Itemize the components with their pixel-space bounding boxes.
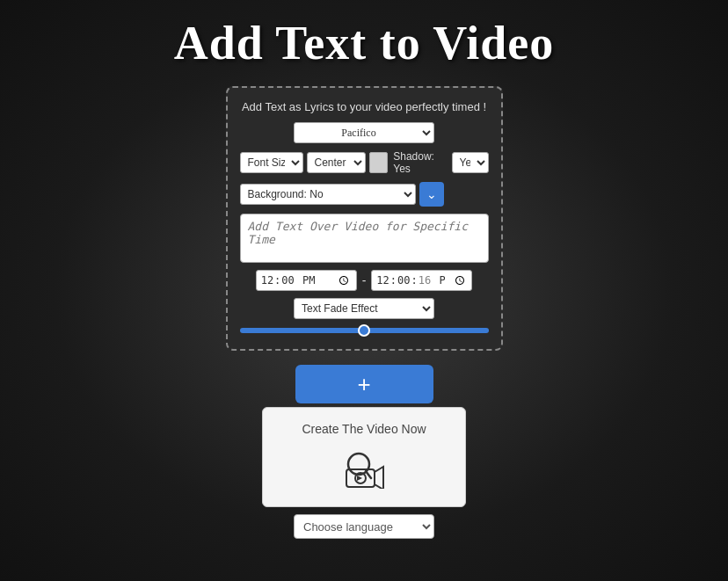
video-icon xyxy=(338,445,390,489)
fade-effect-select[interactable]: Text Fade Effect None Slide In xyxy=(294,298,434,319)
create-video-button[interactable]: Create The Video Now xyxy=(262,407,466,507)
add-entry-button[interactable]: + xyxy=(295,365,433,403)
lyrics-card: Add Text as Lyrics to your video perfect… xyxy=(226,86,503,351)
font-select-row: Pacifico xyxy=(240,122,489,143)
font-size-select[interactable]: Font Size xyxy=(240,152,303,173)
svg-marker-4 xyxy=(375,467,383,489)
shadow-label: Shadow: Yes xyxy=(393,150,448,175)
background-chevron-button[interactable]: ⌄ xyxy=(419,182,444,207)
color-picker[interactable] xyxy=(369,152,389,173)
language-row: Choose language English Spanish French G… xyxy=(294,514,434,539)
svg-line-1 xyxy=(366,471,371,478)
svg-marker-5 xyxy=(357,476,362,481)
slider-row xyxy=(240,326,489,335)
background-row: Background: No ⌄ xyxy=(240,182,489,207)
font-select[interactable]: Pacifico xyxy=(294,122,434,143)
background-select[interactable]: Background: No xyxy=(240,184,416,205)
align-select[interactable]: Center xyxy=(307,152,366,173)
time-range-slider[interactable] xyxy=(240,328,489,333)
options-row: Font Size Center Shadow: Yes Yes No xyxy=(240,150,489,175)
page-title: Add Text to Video xyxy=(174,16,555,70)
text-overlay-input[interactable] xyxy=(240,214,489,263)
time-separator: - xyxy=(362,273,367,287)
time-start-input[interactable] xyxy=(256,270,357,291)
create-video-label: Create The Video Now xyxy=(302,422,426,436)
fade-row: Text Fade Effect None Slide In xyxy=(240,298,489,319)
time-row: - xyxy=(240,270,489,291)
card-subtitle: Add Text as Lyrics to your video perfect… xyxy=(240,100,489,113)
language-select[interactable]: Choose language English Spanish French G… xyxy=(294,514,434,539)
time-end-input[interactable] xyxy=(371,270,472,291)
shadow-select[interactable]: Yes No xyxy=(452,152,489,173)
